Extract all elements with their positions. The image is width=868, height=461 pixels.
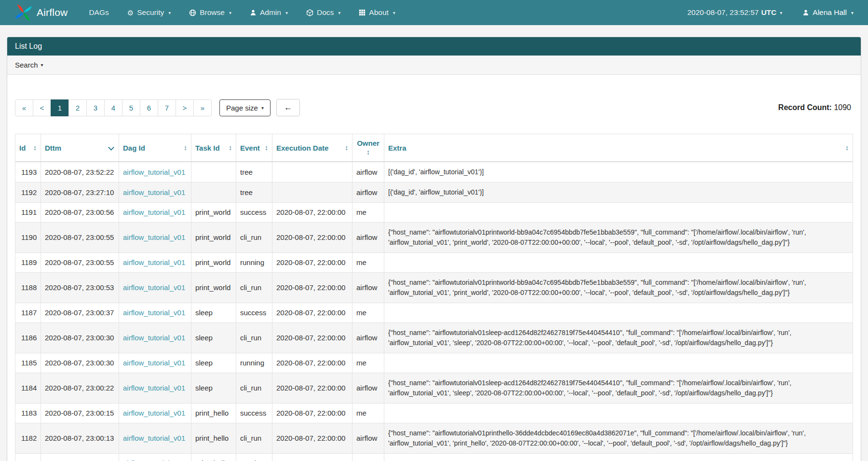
clock-timezone: UTC: [761, 8, 776, 17]
cell-extra: {"host_name": "airflowtutorialv01printhe…: [384, 423, 853, 454]
nav-item-dags[interactable]: DAGs: [89, 8, 108, 17]
clock-dropdown[interactable]: 2020-08-07, 23:52:57 UTC ▾: [687, 8, 782, 17]
cell-dag-id: airflow_tutorial_v01: [119, 273, 191, 303]
dag-link[interactable]: airflow_tutorial_v01: [123, 233, 185, 241]
dag-link[interactable]: airflow_tutorial_v01: [123, 283, 185, 292]
col-label: Dttm: [45, 143, 61, 153]
cell-execution-date: 2020-08-07, 22:00:00: [272, 203, 353, 223]
globe-icon: [189, 9, 196, 16]
grid-icon: [359, 9, 366, 16]
navbar-right: 2020-08-07, 23:52:57 UTC ▾ Alena Hall ▾: [687, 8, 854, 17]
sort-icon[interactable]: ↕: [33, 143, 37, 153]
chevron-down-icon: ▾: [393, 10, 395, 15]
cell-owner: airflow: [353, 423, 384, 454]
cogs-icon: ⚙: [127, 9, 134, 16]
cell-dttm: 2020-08-07, 23:00:13: [41, 454, 119, 461]
cell-event: running: [236, 253, 272, 273]
page-size-button[interactable]: Page size ▾: [219, 99, 271, 116]
cell-extra: [384, 303, 853, 323]
back-button[interactable]: ←: [276, 99, 300, 116]
dag-link[interactable]: airflow_tutorial_v01: [123, 334, 185, 342]
cell-owner: me: [353, 454, 384, 461]
cell-execution-date: 2020-08-07, 22:00:00: [272, 223, 353, 253]
dag-link[interactable]: airflow_tutorial_v01: [123, 308, 185, 317]
col-header-extra[interactable]: Extra ↕: [384, 134, 853, 162]
cell-owner: me: [353, 303, 384, 323]
log-table: Id ↕ Dttm Dag Id: [15, 134, 853, 461]
page-button-next[interactable]: >: [176, 99, 194, 116]
user-menu[interactable]: Alena Hall ▾: [802, 8, 854, 17]
cell-task-id: print_world: [191, 273, 236, 303]
page-button-6[interactable]: 6: [140, 99, 158, 116]
nav-label: DAGs: [89, 8, 108, 17]
col-header-id[interactable]: Id ↕: [15, 134, 41, 162]
cell-extra: [384, 454, 853, 461]
cell-id: 1187: [15, 303, 41, 323]
dag-link[interactable]: airflow_tutorial_v01: [123, 384, 185, 392]
nav-item-docs[interactable]: Docs ▾: [306, 8, 340, 17]
sort-icon[interactable]: ↕: [265, 143, 268, 153]
cell-id: 1189: [15, 253, 41, 273]
page-button-7[interactable]: 7: [158, 99, 176, 116]
nav-item-browse[interactable]: Browse ▾: [189, 8, 231, 17]
cell-dag-id: airflow_tutorial_v01: [119, 303, 191, 323]
airflow-brand[interactable]: Airflow: [14, 3, 68, 22]
cell-owner: airflow: [353, 182, 384, 203]
cell-task-id: sleep: [191, 353, 236, 373]
page-button-4[interactable]: 4: [104, 99, 122, 116]
cell-task-id: print_world: [191, 203, 236, 223]
dag-link[interactable]: airflow_tutorial_v01: [123, 434, 185, 442]
table-row: 11832020-08-07, 23:00:15airflow_tutorial…: [15, 404, 853, 423]
page-button-1[interactable]: 1: [51, 99, 69, 116]
cell-dag-id: airflow_tutorial_v01: [119, 323, 191, 353]
col-header-task-id[interactable]: Task Id ↕: [191, 134, 236, 162]
sort-icon[interactable]: ↕: [229, 143, 232, 153]
cell-task-id: sleep: [191, 303, 236, 323]
cell-owner: me: [353, 353, 384, 373]
col-header-execution-date[interactable]: Execution Date ↕: [272, 134, 353, 162]
table-header-row: Id ↕ Dttm Dag Id: [15, 134, 853, 162]
page-button-2[interactable]: 2: [68, 99, 87, 116]
record-count: Record Count: 1090: [778, 103, 853, 112]
col-header-owner[interactable]: Owner ↕: [353, 134, 384, 162]
col-header-event[interactable]: Event ↕: [236, 134, 272, 162]
table-row: 11932020-08-07, 23:52:22airflow_tutorial…: [15, 162, 853, 182]
cell-extra: {"host_name": "airflowtutorialv01sleep-a…: [384, 323, 853, 353]
dag-link[interactable]: airflow_tutorial_v01: [123, 258, 185, 266]
cell-id: 1186: [15, 323, 41, 353]
sort-icon[interactable]: ↕: [366, 148, 370, 157]
dag-link[interactable]: airflow_tutorial_v01: [123, 208, 185, 216]
page-button-last[interactable]: »: [193, 99, 212, 116]
page-button-first[interactable]: «: [15, 99, 33, 116]
page-button-prev[interactable]: <: [33, 99, 51, 116]
col-header-dag-id[interactable]: Dag Id ↕: [119, 134, 191, 162]
dag-link[interactable]: airflow_tutorial_v01: [123, 168, 185, 176]
sort-desc-icon[interactable]: [108, 144, 114, 151]
cell-dttm: 2020-08-07, 23:00:13: [41, 423, 119, 454]
nav-item-security[interactable]: ⚙ Security ▾: [127, 8, 171, 17]
cell-extra: [384, 404, 853, 423]
search-toggle[interactable]: Search ▾: [15, 61, 43, 69]
page-button-3[interactable]: 3: [86, 99, 105, 116]
dag-link[interactable]: airflow_tutorial_v01: [123, 409, 185, 417]
sort-icon[interactable]: ↕: [845, 143, 849, 153]
sort-icon[interactable]: ↕: [345, 143, 348, 153]
nav-item-about[interactable]: About ▾: [359, 8, 395, 17]
cell-event: cli_run: [236, 323, 272, 353]
table-row: 11842020-08-07, 23:00:22airflow_tutorial…: [15, 373, 853, 404]
cell-owner: me: [353, 203, 384, 223]
dag-link[interactable]: airflow_tutorial_v01: [123, 188, 185, 196]
user-icon: [802, 9, 809, 16]
col-header-dttm[interactable]: Dttm: [41, 134, 119, 162]
nav-item-admin[interactable]: Admin ▾: [250, 8, 288, 17]
cell-event: cli_run: [236, 223, 272, 253]
page-button-5[interactable]: 5: [122, 99, 140, 116]
cell-dag-id: airflow_tutorial_v01: [119, 182, 191, 203]
cell-extra: [384, 353, 853, 373]
sort-icon[interactable]: ↕: [184, 143, 187, 153]
cell-dag-id: airflow_tutorial_v01: [119, 454, 191, 461]
navbar: Airflow DAGs ⚙ Security ▾ Browse ▾: [0, 0, 868, 25]
dag-link[interactable]: airflow_tutorial_v01: [123, 359, 185, 367]
cell-dag-id: airflow_tutorial_v01: [119, 423, 191, 454]
dag-link[interactable]: airflow_tutorial_v01: [123, 459, 185, 461]
